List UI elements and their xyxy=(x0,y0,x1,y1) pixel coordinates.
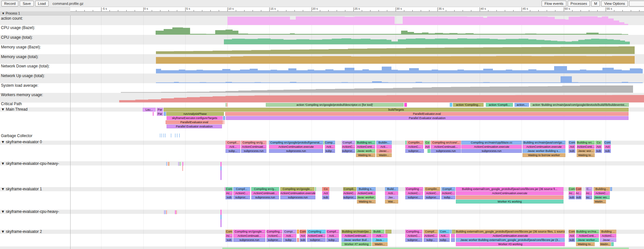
trace-event[interactable]: Building ... xyxy=(600,230,616,234)
trace-event[interactable]: Ac... xyxy=(576,191,582,195)
trace-event[interactable] xyxy=(220,215,222,219)
workers-memory-usage-chart[interactable] xyxy=(0,93,644,103)
trace-event[interactable]: Compiling src/core/... xyxy=(431,141,461,144)
trace-event[interactable]: Acti... xyxy=(283,234,296,238)
trace-event[interactable] xyxy=(166,162,167,166)
trace-event[interactable]: Building... xyxy=(594,187,610,191)
trace-event[interactable]: Compiling src/main/cpp/blaze.cc xyxy=(461,141,522,144)
trace-event[interactable]: Waitin... xyxy=(600,242,611,246)
trace-event[interactable] xyxy=(220,166,222,170)
trace-event[interactable]: Com xyxy=(569,187,575,191)
trace-event[interactable]: Waiting to... xyxy=(356,153,375,157)
trace-event[interactable] xyxy=(456,195,563,199)
trace-event[interactable]: sub xyxy=(595,149,602,153)
thread-group-label[interactable]: ▼ skyframe-evaluator 0 xyxy=(1,140,42,144)
trace-event[interactable]: ActionContinuation.execute xyxy=(269,145,323,149)
trace-event[interactable]: Building src... xyxy=(356,141,375,144)
system-load-average-chart[interactable] xyxy=(0,83,644,93)
trace-event[interactable] xyxy=(168,162,168,166)
trace-event[interactable] xyxy=(451,238,455,242)
trace-event[interactable]: Com xyxy=(569,230,575,234)
trace-event[interactable] xyxy=(176,210,177,214)
trace-event[interactable]: ActionC... xyxy=(425,191,440,195)
trace-event[interactable]: Compi... xyxy=(283,230,296,234)
trace-event[interactable]: ActionContinuation.execute xyxy=(461,145,522,149)
trace-event[interactable] xyxy=(160,134,160,137)
trace-event[interactable]: Javac work... xyxy=(356,149,375,153)
trace-event[interactable]: Act xyxy=(300,234,306,238)
trace-event[interactable] xyxy=(450,103,452,107)
trace-event[interactable]: Compiling src/google... xyxy=(280,187,314,191)
trace-event[interactable] xyxy=(169,162,169,166)
trace-event[interactable]: Com xyxy=(300,230,306,234)
trace-event[interactable]: Par xyxy=(157,108,163,112)
trace-event[interactable]: Java... xyxy=(372,238,388,242)
trace-event[interactable] xyxy=(220,210,222,215)
trace-event[interactable]: subprocess.run xyxy=(431,149,461,153)
network-down-usage-chart[interactable] xyxy=(0,64,644,74)
trace-event[interactable]: Acti... xyxy=(372,234,388,238)
trace-event[interactable] xyxy=(224,120,224,124)
trace-event[interactable]: ParallelEvaluator.eval xyxy=(225,112,629,116)
trace-event[interactable]: action 'Building src/main/java/com/googl… xyxy=(530,103,629,107)
trace-event[interactable]: subprocess.run xyxy=(251,195,279,199)
trace-event[interactable]: subp... xyxy=(325,149,335,153)
trace-event[interactable] xyxy=(175,134,176,137)
trace-event[interactable] xyxy=(179,162,180,166)
trace-event[interactable]: Waiting to borrow worker xyxy=(523,153,565,157)
trace-event[interactable] xyxy=(178,162,179,166)
trace-event[interactable]: action... xyxy=(514,103,529,107)
trace-event[interactable]: Javac wor... xyxy=(577,149,595,153)
trace-event[interactable]: Compiling src/g... xyxy=(251,187,279,191)
trace-event[interactable] xyxy=(165,134,166,137)
trace-event[interactable]: sub xyxy=(226,195,233,199)
trace-event[interactable]: Com xyxy=(569,141,575,144)
trace-event[interactable]: Compilin... xyxy=(425,187,440,191)
trace-event[interactable]: Waitin... xyxy=(372,242,388,246)
trace-event[interactable]: Compil... xyxy=(424,230,438,234)
trace-event[interactable]: ActionContinuati... xyxy=(251,191,279,195)
trace-event[interactable] xyxy=(611,242,614,246)
trace-event[interactable] xyxy=(180,162,181,166)
trace-event[interactable]: ActionC... xyxy=(343,191,356,195)
trace-event[interactable]: Ac... xyxy=(226,191,233,195)
memory-usage-bazel-chart[interactable] xyxy=(0,45,644,54)
trace-event[interactable]: ActionConti... xyxy=(356,145,375,149)
trace-event[interactable]: subp... xyxy=(226,149,240,153)
trace-event[interactable] xyxy=(428,149,430,153)
trace-event[interactable] xyxy=(177,134,178,137)
trace-event[interactable]: C... xyxy=(586,187,592,191)
trace-event[interactable]: Javac worker Building external/com_googl… xyxy=(456,238,565,242)
trace-event[interactable]: Lau... xyxy=(143,108,156,112)
thread-group-label[interactable]: ▼ skyframe-evaluator-cpu-heavy- xyxy=(1,209,59,214)
trace-event[interactable]: Act xyxy=(425,145,430,149)
trace-event[interactable]: sub xyxy=(569,195,575,199)
trace-event[interactable] xyxy=(451,234,455,238)
memory-usage-total-chart[interactable] xyxy=(0,54,644,64)
trace-event[interactable]: subproc... xyxy=(405,149,424,153)
trace-event[interactable]: ActionConti... xyxy=(357,191,376,195)
trace-event[interactable]: Com xyxy=(226,230,233,234)
trace-event[interactable]: ActionC... xyxy=(405,234,422,238)
trace-event[interactable]: subproc... xyxy=(405,238,422,242)
save-button[interactable]: Save xyxy=(20,1,34,6)
trace-event[interactable]: Act xyxy=(595,145,602,149)
view-options-button[interactable]: View Options xyxy=(601,1,628,6)
trace-event[interactable]: Act xyxy=(604,145,611,149)
trace-event[interactable]: subp... xyxy=(439,238,450,242)
trace-event[interactable]: Javac worker... xyxy=(576,238,599,242)
trace-event[interactable]: Acti... xyxy=(385,191,398,195)
trace-event[interactable]: sub xyxy=(226,238,233,242)
trace-event[interactable]: Ac... xyxy=(569,191,575,195)
trace-event[interactable]: Compiling... xyxy=(405,230,422,234)
trace-event[interactable]: Waiting to... xyxy=(357,200,376,204)
trace-event[interactable]: subproc... xyxy=(343,195,356,199)
trace-event[interactable]: subproc... xyxy=(266,238,282,242)
trace-event[interactable] xyxy=(227,103,227,107)
trace-event[interactable] xyxy=(452,230,456,234)
trace-event[interactable]: ActionContinuati... xyxy=(233,234,265,238)
trace-event[interactable]: ActionC... xyxy=(266,234,282,238)
trace-event[interactable]: sub xyxy=(569,149,575,153)
trace-event[interactable]: Worker #1 working xyxy=(456,200,563,204)
trace-event[interactable]: ActionContinuati... xyxy=(431,145,461,149)
